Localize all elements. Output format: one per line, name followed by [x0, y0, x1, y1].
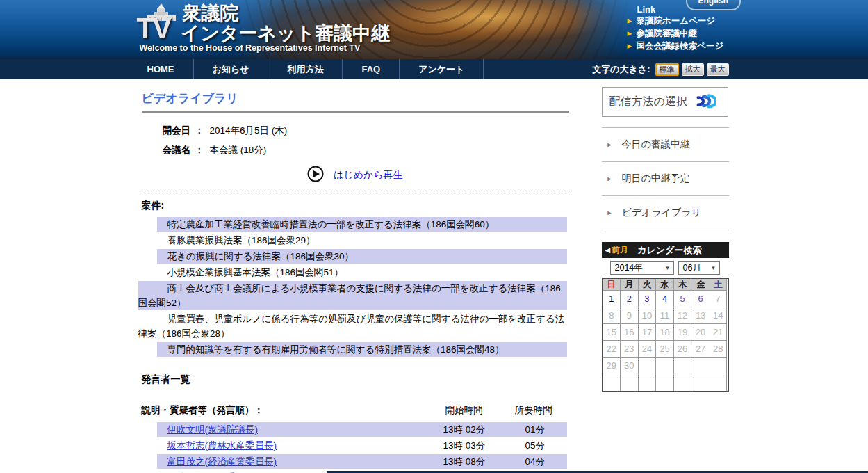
calendar-day-cell[interactable]: 20 — [691, 324, 710, 341]
calendar-day-header: 日 — [603, 279, 621, 291]
calendar-day-cell[interactable]: 7 — [710, 291, 728, 307]
calendar-day-cell[interactable]: 30 — [621, 358, 639, 374]
calendar-day-cell[interactable]: 2 — [621, 291, 639, 307]
header-link[interactable]: 衆議院ホームページ — [636, 15, 715, 27]
calendar-day-cell[interactable]: 3 — [639, 291, 657, 307]
calendar-day-cell[interactable]: 9 — [621, 307, 639, 324]
calendar-day-cell[interactable]: 4 — [656, 291, 674, 307]
speaker-duration: 04分 — [513, 454, 567, 469]
nav-item[interactable]: HOME — [129, 59, 194, 79]
calendar-day-cell[interactable]: 13 — [691, 307, 710, 324]
calendar-day-header: 土 — [710, 279, 728, 291]
calendar-day-cell[interactable]: 19 — [674, 324, 692, 341]
prev-month-label: 前月 — [612, 244, 628, 256]
nav-item[interactable]: アンケート — [400, 59, 484, 79]
nav-item[interactable]: お知らせ — [194, 59, 269, 79]
text-size-button[interactable]: 拡大 — [682, 63, 704, 76]
nav-item[interactable]: 利用方法 — [268, 59, 343, 79]
agenda-label: 案件: — [142, 200, 569, 212]
nav-item[interactable]: FAQ — [343, 59, 400, 79]
calendar-day-cell[interactable]: 8 — [603, 307, 621, 324]
year-select[interactable]: 2014年 ▼ — [610, 261, 674, 275]
site-title-line2: インターネット審議中継 — [181, 21, 391, 46]
sidebar-menu-label: 今日の審議中継 — [621, 138, 689, 151]
main-nav-bar: HOME お知らせ 利用方法 FAQ アンケート 文字の大きさ: 標準 — [0, 59, 868, 79]
calendar-day-header: 木 — [674, 279, 692, 291]
sidebar-menu-item[interactable]: ► ビデオライブラリ — [602, 196, 729, 230]
calendar-day-cell[interactable] — [710, 358, 728, 374]
sidebar-menu-label: 明日の中継予定 — [621, 173, 689, 185]
calendar-day-cell[interactable] — [710, 374, 728, 391]
meeting-meta: 開会日：2014年6月5日 (木) 会議名：本会議 (18分) — [163, 121, 569, 160]
calendar-day-cell[interactable] — [691, 374, 710, 391]
sidebar-menu-item[interactable]: ► 明日の中継予定 — [602, 162, 729, 196]
calendar-day-cell[interactable]: 15 — [603, 324, 621, 341]
header-link[interactable]: 参議院審議中継 — [636, 28, 697, 40]
english-button[interactable]: English — [686, 0, 741, 10]
prev-month-button[interactable]: ◀ 前月 — [605, 244, 629, 256]
calendar-day-cell[interactable]: 22 — [603, 341, 621, 358]
speaker-duration: 05分 — [513, 438, 567, 453]
agenda-item: 養豚農業振興法案（186国会衆29） — [157, 233, 567, 248]
calendar-title: カレンダー検索 — [637, 244, 701, 257]
calendar-day-cell[interactable]: 17 — [639, 324, 657, 341]
header-link[interactable]: 国会会議録検索ページ — [636, 40, 723, 52]
speakers-header-start: 開始時間 — [445, 404, 515, 417]
calendar-day-cell[interactable] — [691, 358, 710, 374]
speaker-start-time: 13時 08分 — [443, 454, 513, 469]
calendar-day-cell[interactable] — [674, 358, 692, 374]
text-size-button[interactable]: 標準 — [655, 63, 679, 76]
text-size-button[interactable]: 最大 — [707, 63, 729, 76]
menu-arrow-icon: ► — [607, 175, 613, 182]
speakers-table-header: 説明・質疑者等（発言順）： 開始時間 所要時間 — [142, 404, 569, 417]
link-label: Link — [637, 4, 656, 15]
main-nav: HOME お知らせ 利用方法 FAQ アンケート — [129, 59, 484, 79]
month-select[interactable]: 06月 ▼ — [678, 261, 720, 275]
calendar-day-cell[interactable]: 10 — [639, 307, 657, 324]
text-size-control: 文字の大きさ: 標準 拡大 最大 — [592, 63, 728, 76]
calendar-day-cell[interactable] — [621, 374, 639, 391]
calendar-day-cell[interactable]: 5 — [674, 291, 692, 307]
calendar-day-cell[interactable]: 18 — [656, 324, 674, 341]
agenda-item: 花きの振興に関する法律案（186国会衆30） — [157, 249, 567, 264]
play-row: はじめから再生 — [142, 166, 569, 184]
play-from-start-link[interactable]: はじめから再生 — [334, 169, 403, 180]
calendar-day-cell[interactable] — [639, 358, 657, 374]
header-link-item: ▶ 衆議院ホームページ — [628, 15, 744, 27]
calendar-day-cell[interactable]: 11 — [656, 307, 674, 324]
calendar-day-cell[interactable] — [674, 374, 692, 391]
play-icon[interactable] — [307, 173, 327, 184]
calendar-day-cell[interactable]: 23 — [621, 341, 639, 358]
meta-value: 2014年6月5日 (木) — [210, 125, 288, 136]
calendar-day-cell[interactable]: 14 — [710, 307, 728, 324]
calendar-header: ◀ 前月 カレンダー検索 — [602, 242, 729, 258]
speaker-row: 坂本哲志(農林水産委員長) 13時 03分 05分 — [157, 438, 567, 453]
agenda-item: 専門的知識等を有する有期雇用労働者等に関する特別措置法案（186国会閣48） — [157, 342, 567, 357]
calendar-day-cell[interactable]: 24 — [639, 341, 657, 358]
calendar-day-cell[interactable]: 27 — [691, 341, 710, 358]
calendar-day-cell[interactable]: 25 — [656, 341, 674, 358]
calendar-day-cell[interactable] — [639, 374, 657, 391]
delivery-method-button[interactable]: 配信方法の選択 — [602, 87, 728, 117]
calendar-day-header: 水 — [656, 279, 674, 291]
calendar-day-cell[interactable]: 6 — [691, 291, 710, 307]
calendar-day-cell[interactable]: 28 — [710, 341, 728, 358]
calendar-day-cell[interactable] — [656, 374, 674, 391]
speaker-link[interactable]: 伊吹文明(衆議院議長) — [167, 424, 259, 435]
meta-label: 会議名 — [163, 145, 191, 155]
meta-label: 開会日 — [163, 125, 191, 136]
calendar-day-cell[interactable] — [656, 358, 674, 374]
calendar-day-cell[interactable]: 16 — [621, 324, 639, 341]
calendar-day-cell[interactable] — [603, 374, 621, 391]
speaker-link[interactable]: 坂本哲志(農林水産委員長) — [167, 440, 277, 451]
calendar-day-cell[interactable]: 21 — [710, 324, 728, 341]
speaker-link[interactable]: 富田茂之(経済産業委員長) — [167, 456, 277, 467]
calendar-day-cell[interactable]: 29 — [603, 358, 621, 374]
calendar-day-cell[interactable]: 1 — [603, 291, 621, 307]
sidebar-menu-item[interactable]: ► 今日の審議中継 — [602, 128, 729, 162]
sidebar-menu: ► 今日の審議中継 ► 明日の中継予定 ► ビデオライブラリ — [602, 127, 729, 230]
menu-arrow-icon: ► — [607, 141, 613, 148]
calendar-day-cell[interactable]: 12 — [674, 307, 692, 324]
calendar-day-cell[interactable]: 26 — [674, 341, 692, 358]
speakers-header-name: 説明・質疑者等（発言順）： — [142, 404, 445, 417]
